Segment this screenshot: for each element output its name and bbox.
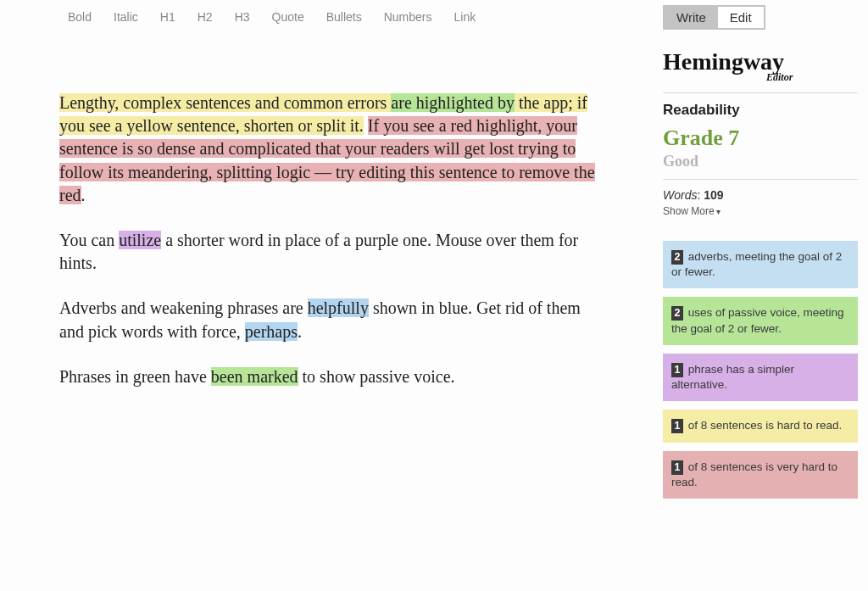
highlight-hard[interactable]: Lengthy, complex sentences and common er… [59,93,391,112]
card-hard-count: 1 [671,419,683,433]
mode-toggle: Write Edit [663,5,765,30]
editor-area[interactable]: Lengthy, complex sentences and common er… [59,92,602,410]
link-button[interactable]: Link [454,10,476,24]
word-count-line: Words: 109 [663,188,858,202]
word-count-value: 109 [704,188,723,202]
card-very-hard[interactable]: 1 of 8 sentences is very hard to read. [663,451,858,499]
editor-content[interactable]: Lengthy, complex sentences and common er… [59,92,602,388]
write-mode-button[interactable]: Write [665,7,718,28]
sidebar: Write Edit Hemingway Editor Readability … [663,5,858,507]
card-very-hard-text: of 8 sentences is very hard to read. [671,460,837,488]
app-logo: Hemingway Editor [663,50,858,84]
text-plain[interactable]: Phrases in green have [59,367,211,386]
card-adverbs[interactable]: 2 adverbs, meeting the goal of 2 or fewe… [663,241,858,288]
text-plain[interactable]: . [81,186,86,204]
edit-mode-button[interactable]: Edit [718,7,764,28]
numbers-button[interactable]: Numbers [384,10,432,24]
word-count-label: Words [663,188,697,202]
card-simpler[interactable]: 1 phrase has a simpler alternative. [663,354,858,401]
card-passive-text: uses of passive voice, meeting the goal … [671,306,844,334]
readability-heading: Readability [663,102,858,119]
highlight-passive[interactable]: are highlighted by [391,93,515,112]
divider [663,92,858,93]
h2-button[interactable]: H2 [198,10,213,24]
highlight-passive[interactable]: been marked [211,367,298,386]
card-hard-text: of 8 sentences is hard to read. [685,419,842,432]
readability-grade: Grade 7 [663,125,858,151]
card-adverbs-text: adverbs, meeting the goal of 2 or fewer. [671,250,842,278]
highlight-simpler[interactable]: utilize [119,231,161,249]
text-plain[interactable]: to show passive voice. [298,367,455,386]
metric-cards: 2 adverbs, meeting the goal of 2 or fewe… [663,241,858,499]
text-plain[interactable]: Adverbs and weakening phrases are [59,298,308,317]
text-plain[interactable]: . [298,322,302,341]
text-plain[interactable]: You can [59,231,119,249]
show-more-toggle[interactable]: Show More [663,205,858,217]
paragraph-3[interactable]: Adverbs and weakening phrases are helpfu… [59,297,602,343]
logo-subtitle: Editor [766,72,800,82]
h1-button[interactable]: H1 [160,10,175,24]
card-simpler-text: phrase has a simpler alternative. [671,363,794,391]
bold-button[interactable]: Bold [68,10,92,24]
card-adverbs-count: 2 [671,250,683,265]
bullets-button[interactable]: Bullets [326,10,362,24]
card-very-hard-count: 1 [671,460,683,475]
paragraph-1[interactable]: Lengthy, complex sentences and common er… [59,92,602,207]
h3-button[interactable]: H3 [235,10,250,24]
italic-button[interactable]: Italic [114,10,138,24]
divider [663,179,858,180]
paragraph-2[interactable]: You can utilize a shorter word in place … [59,229,602,275]
card-hard[interactable]: 1 of 8 sentences is hard to read. [663,410,858,442]
highlight-adverb[interactable]: helpfully [308,298,369,317]
card-simpler-count: 1 [671,363,683,377]
paragraph-4[interactable]: Phrases in green have been marked to sho… [59,365,602,388]
quote-button[interactable]: Quote [272,10,304,24]
card-passive[interactable]: 2 uses of passive voice, meeting the goa… [663,297,858,344]
card-passive-count: 2 [671,306,683,321]
highlight-adverb[interactable]: perhaps [245,322,298,341]
readability-rating: Good [663,153,858,170]
